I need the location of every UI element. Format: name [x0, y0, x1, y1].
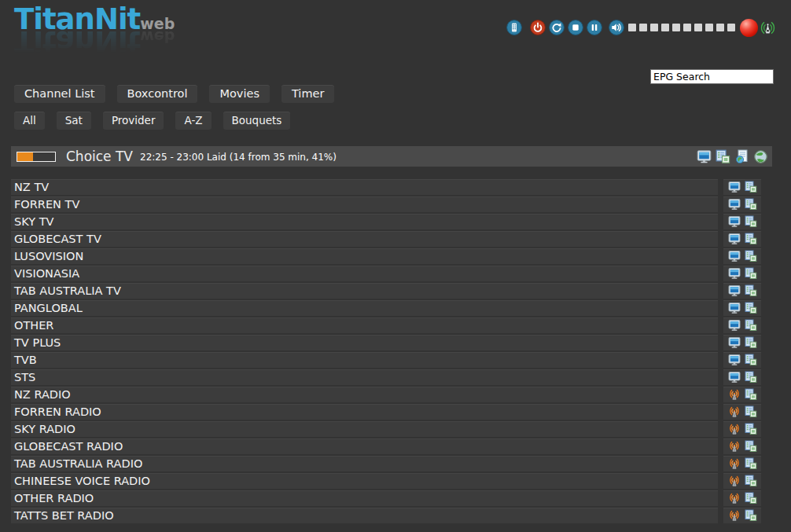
- epg-windows-icon[interactable]: [745, 233, 757, 245]
- channel-name[interactable]: TAB AUSTRALIA TV: [11, 283, 718, 299]
- tv-icon[interactable]: [728, 354, 741, 366]
- filter-provider[interactable]: Provider: [103, 112, 164, 130]
- channel-actions: [723, 456, 761, 471]
- radio-icon[interactable]: [728, 492, 741, 504]
- tab-timer[interactable]: Timer: [281, 85, 334, 103]
- channel-actions: [723, 335, 761, 350]
- epg-windows-icon[interactable]: [745, 215, 757, 228]
- channel-row: SKY RADIO: [11, 421, 772, 437]
- channel-name[interactable]: VISIONASIA: [11, 266, 718, 281]
- epg-windows-icon[interactable]: [745, 475, 757, 487]
- channel-row: OTHER: [11, 317, 772, 333]
- epg-windows-icon[interactable]: [745, 181, 757, 193]
- channel-name[interactable]: NZ TV: [11, 179, 718, 195]
- epg-windows-icon[interactable]: [745, 388, 757, 401]
- channel-actions: [723, 421, 761, 437]
- tv-icon[interactable]: [728, 181, 741, 193]
- epg-windows-icon[interactable]: [745, 440, 757, 453]
- radio-icon[interactable]: [728, 440, 741, 453]
- epg-windows-icon[interactable]: [745, 250, 757, 262]
- channel-actions: [723, 438, 761, 454]
- tab-boxcontrol[interactable]: Boxcontrol: [117, 85, 198, 103]
- tv-icon[interactable]: [728, 336, 741, 349]
- volume-level-segment[interactable]: [650, 24, 658, 31]
- stop-icon[interactable]: [568, 20, 583, 35]
- epg-windows-icon[interactable]: [745, 509, 757, 522]
- channel-actions: [723, 473, 761, 489]
- radio-icon[interactable]: [728, 475, 741, 487]
- epg-windows-icon[interactable]: [745, 284, 757, 297]
- volume-level-segment[interactable]: [628, 24, 636, 31]
- epg-windows-icon[interactable]: [745, 423, 757, 435]
- tv-icon[interactable]: [728, 198, 741, 211]
- channel-name[interactable]: TAB AUSTRALIA RADIO: [11, 456, 718, 471]
- channel-actions: [723, 404, 761, 420]
- tab-channel-list[interactable]: Channel List: [14, 85, 105, 103]
- radio-icon[interactable]: [728, 457, 741, 470]
- epg-windows-icon[interactable]: [745, 319, 757, 332]
- epg-windows-icon[interactable]: [745, 371, 757, 383]
- channel-name[interactable]: FORREN TV: [11, 196, 718, 212]
- volume-level-segment[interactable]: [727, 24, 735, 31]
- epg-windows-icon[interactable]: [745, 336, 757, 349]
- channel-name[interactable]: TATTS BET RADIO: [11, 508, 718, 523]
- tab-movies[interactable]: Movies: [209, 85, 269, 103]
- remote-control-icon[interactable]: [506, 20, 522, 35]
- channel-name[interactable]: NZ RADIO: [11, 387, 718, 402]
- volume-level-segment[interactable]: [683, 24, 691, 31]
- channel-name[interactable]: LUSOVISION: [11, 248, 718, 264]
- tv-icon[interactable]: [728, 284, 741, 297]
- channel-name[interactable]: TV PLUS: [11, 335, 718, 350]
- volume-level-segment[interactable]: [639, 24, 647, 31]
- tv-icon[interactable]: [728, 215, 741, 228]
- channel-name[interactable]: GLOBECAST RADIO: [11, 438, 718, 454]
- channel-name[interactable]: TVB: [11, 352, 718, 368]
- epg-search-input[interactable]: [650, 69, 774, 84]
- epg-windows-icon[interactable]: [745, 354, 757, 366]
- epg-windows-icon[interactable]: [716, 149, 730, 164]
- filter-bouquets[interactable]: Bouquets: [223, 112, 291, 130]
- volume-icon[interactable]: [609, 20, 624, 35]
- globe-icon[interactable]: [753, 149, 768, 164]
- pause-icon[interactable]: [587, 20, 602, 35]
- epg-windows-icon[interactable]: [745, 267, 757, 280]
- channel-actions: [723, 283, 761, 299]
- power-icon[interactable]: [530, 20, 546, 35]
- filter-a-z[interactable]: A-Z: [175, 112, 211, 130]
- channel-name[interactable]: GLOBECAST TV: [11, 231, 718, 247]
- channel-name[interactable]: CHINEESE VOICE RADIO: [11, 473, 718, 489]
- channel-name[interactable]: OTHER RADIO: [11, 490, 718, 506]
- channel-row: FORREN RADIO: [11, 404, 772, 420]
- channel-name[interactable]: SKY TV: [11, 214, 718, 229]
- radio-icon[interactable]: [728, 388, 741, 401]
- tv-icon[interactable]: [728, 319, 741, 332]
- volume-level-segment[interactable]: [694, 24, 702, 31]
- restart-icon[interactable]: [549, 20, 565, 35]
- volume-level-segment[interactable]: [672, 24, 680, 31]
- channel-name[interactable]: OTHER: [11, 317, 718, 333]
- tv-icon[interactable]: [728, 371, 741, 383]
- channel-name[interactable]: STS: [11, 369, 718, 385]
- epg-windows-icon[interactable]: [745, 405, 757, 418]
- tv-icon[interactable]: [728, 250, 741, 262]
- tv-icon[interactable]: [728, 267, 741, 280]
- radio-icon[interactable]: [728, 423, 741, 435]
- channel-name[interactable]: FORREN RADIO: [11, 404, 718, 420]
- radio-icon[interactable]: [728, 405, 741, 418]
- radio-icon[interactable]: [728, 509, 741, 522]
- channel-name[interactable]: SKY RADIO: [11, 421, 718, 437]
- epg-windows-icon[interactable]: [745, 302, 757, 314]
- epg-windows-icon[interactable]: [745, 492, 757, 504]
- tv-icon[interactable]: [728, 302, 741, 314]
- volume-level-segment[interactable]: [716, 24, 724, 31]
- volume-level-segment[interactable]: [661, 24, 669, 31]
- epg-windows-icon[interactable]: [745, 457, 757, 470]
- filter-all[interactable]: All: [14, 112, 45, 130]
- filter-sat[interactable]: Sat: [57, 112, 91, 130]
- channel-name[interactable]: PANGLOBAL: [11, 300, 718, 316]
- epg-windows-icon[interactable]: [745, 198, 757, 211]
- tv-icon[interactable]: [728, 233, 741, 245]
- volume-level-segment[interactable]: [705, 24, 713, 31]
- stream-playlist-icon[interactable]: [734, 149, 749, 164]
- tv-screen-icon[interactable]: [697, 149, 712, 164]
